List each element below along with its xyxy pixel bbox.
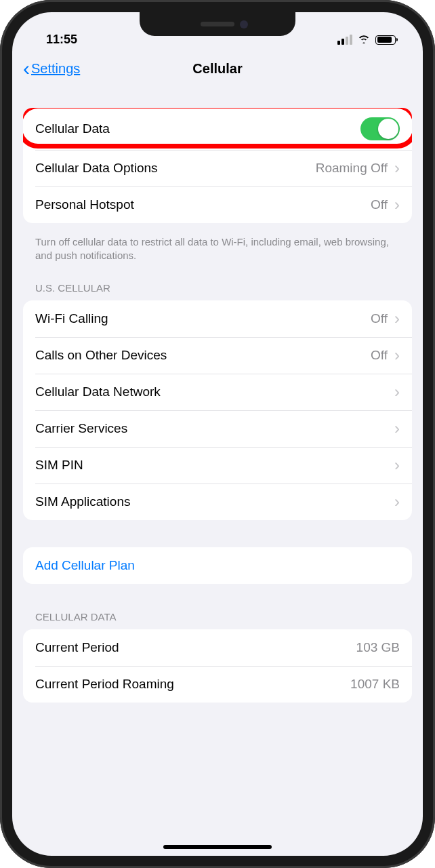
battery-icon: [375, 35, 396, 45]
row-current-period[interactable]: Current Period 103 GB: [23, 629, 412, 666]
row-current-period-roaming[interactable]: Current Period Roaming 1007 KB: [23, 666, 412, 703]
chevron-right-icon: ›: [394, 494, 400, 510]
chevron-right-icon: ›: [394, 457, 400, 473]
row-personal-hotspot[interactable]: Personal Hotspot Off ›: [23, 186, 412, 223]
row-value: 103 GB: [356, 640, 400, 655]
row-sim-applications[interactable]: SIM Applications ›: [23, 484, 412, 520]
device-frame: 11:55 ‹ Settings Cellular: [0, 0, 435, 868]
row-cellular-data-options[interactable]: Cellular Data Options Roaming Off ›: [23, 150, 412, 186]
row-value: Roaming Off: [316, 161, 388, 176]
cellular-data-toggle[interactable]: [360, 117, 400, 140]
row-carrier-services[interactable]: Carrier Services ›: [23, 410, 412, 447]
status-time: 11:55: [39, 33, 77, 47]
row-cellular-data-network[interactable]: Cellular Data Network ›: [23, 374, 412, 410]
row-label: Cellular Data Options: [35, 161, 158, 176]
back-label: Settings: [31, 61, 80, 77]
chevron-right-icon: ›: [394, 160, 400, 176]
row-label: Calls on Other Devices: [35, 348, 167, 363]
row-add-cellular-plan[interactable]: Add Cellular Plan: [23, 547, 412, 584]
row-label: Add Cellular Plan: [35, 558, 135, 573]
row-value: 1007 KB: [350, 677, 400, 692]
row-label: SIM PIN: [35, 458, 83, 473]
page-title: Cellular: [192, 61, 242, 77]
cellular-signal-icon: [337, 35, 352, 45]
row-label: Cellular Data: [35, 121, 110, 136]
notch: [140, 12, 295, 36]
row-value: Off: [371, 311, 388, 326]
row-cellular-data[interactable]: Cellular Data: [23, 108, 412, 150]
row-calls-other-devices[interactable]: Calls on Other Devices Off ›: [23, 337, 412, 374]
row-label: Personal Hotspot: [35, 197, 134, 212]
group-footer: Turn off cellular data to restrict all d…: [23, 229, 412, 282]
row-sim-pin[interactable]: SIM PIN ›: [23, 447, 412, 484]
group-header: CELLULAR DATA: [23, 611, 412, 629]
chevron-left-icon: ‹: [23, 58, 30, 79]
row-label: SIM Applications: [35, 494, 130, 509]
group-cellular: Cellular Data Cellular Data Options Roam…: [23, 108, 412, 223]
back-button[interactable]: ‹ Settings: [23, 58, 80, 79]
row-label: Wi-Fi Calling: [35, 311, 108, 326]
row-wifi-calling[interactable]: Wi-Fi Calling Off ›: [23, 300, 412, 337]
row-label: Cellular Data Network: [35, 384, 161, 399]
chevron-right-icon: ›: [394, 347, 400, 363]
chevron-right-icon: ›: [394, 197, 400, 213]
row-label: Current Period Roaming: [35, 677, 174, 692]
group-carrier: Wi-Fi Calling Off › Calls on Other Devic…: [23, 300, 412, 520]
group-add-plan: Add Cellular Plan: [23, 547, 412, 584]
row-label: Current Period: [35, 640, 119, 655]
row-value: Off: [371, 197, 388, 212]
chevron-right-icon: ›: [394, 384, 400, 400]
screen: 11:55 ‹ Settings Cellular: [12, 12, 423, 856]
chevron-right-icon: ›: [394, 420, 400, 437]
row-value: Off: [371, 348, 388, 363]
group-header: U.S. CELLULAR: [23, 282, 412, 300]
group-usage: Current Period 103 GB Current Period Roa…: [23, 629, 412, 703]
wifi-icon: [357, 33, 371, 47]
row-label: Carrier Services: [35, 421, 127, 436]
chevron-right-icon: ›: [394, 311, 400, 327]
nav-bar: ‹ Settings Cellular: [12, 50, 423, 87]
home-indicator[interactable]: [163, 845, 272, 849]
